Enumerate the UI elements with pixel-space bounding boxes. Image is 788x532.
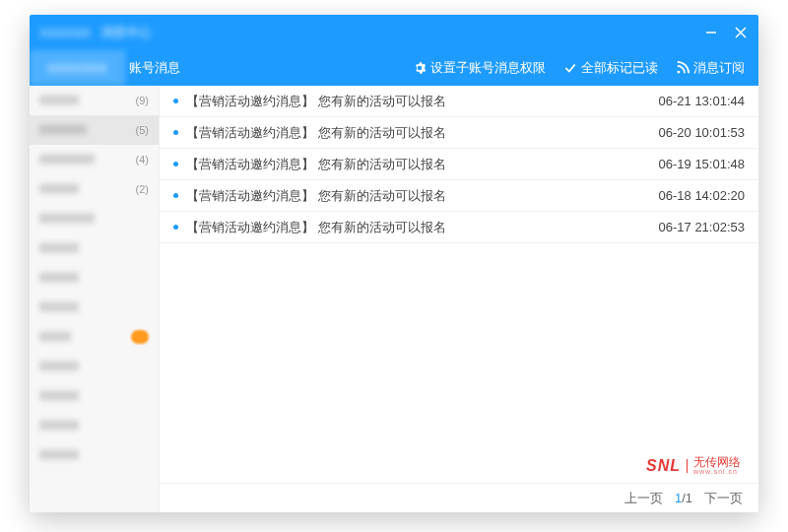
message-title: 【营销活动邀约消息】 您有新的活动可以报名: [186, 187, 446, 205]
sidebar-item-label: XXXXX: [39, 241, 79, 255]
message-title: 【营销活动邀约消息】 您有新的活动可以报名: [186, 219, 446, 236]
unread-dot-icon: [173, 193, 178, 198]
unread-dot-icon: [173, 99, 178, 103]
svg-point-3: [677, 71, 680, 74]
sidebar-item-8[interactable]: XXXX: [30, 322, 159, 352]
unread-dot-icon: [173, 130, 178, 135]
toolbar: XXXXXXX 账号消息 设置子账号消息权限 全部标记已读: [30, 50, 758, 86]
total-pages: /1: [682, 491, 692, 505]
next-page-button[interactable]: 下一页: [704, 490, 743, 507]
message-row[interactable]: 【营销活动邀约消息】 您有新的活动可以报名06-21 13:01:44: [160, 86, 758, 117]
sidebar-item-label: XXXXX: [39, 94, 79, 107]
message-time: 06-20 10:01:53: [659, 125, 745, 140]
action-label: 全部标记已读: [581, 59, 658, 77]
brand-logo-text: SNL: [646, 457, 681, 475]
sidebar-item-10[interactable]: XXXXX: [30, 381, 159, 411]
tab-account-messages[interactable]: 账号消息: [125, 50, 198, 86]
action-label: 消息订阅: [693, 59, 745, 77]
message-list: 【营销活动邀约消息】 您有新的活动可以报名06-21 13:01:44【营销活动…: [160, 86, 758, 483]
check-icon: [563, 61, 577, 75]
titlebar: XXXXXX 消息中心: [30, 15, 758, 50]
minimize-button[interactable]: [703, 25, 719, 40]
sidebar-count: (2): [136, 183, 149, 195]
sidebar: XXXXX(9)XXXXXX(5)XXXXXXX(4)XXXXX(2)XXXXX…: [30, 86, 160, 512]
mark-all-read[interactable]: 全部标记已读: [563, 59, 658, 77]
message-subscription[interactable]: 消息订阅: [676, 59, 745, 77]
sidebar-item-label: XXXXXXX: [39, 153, 95, 166]
rss-icon: [676, 61, 690, 75]
sidebar-item-label: XXXXX: [39, 360, 79, 373]
message-time: 06-21 13:01:44: [659, 94, 745, 108]
sidebar-item-0[interactable]: XXXXX(9): [30, 86, 159, 115]
message-time: 06-19 15:01:48: [659, 157, 745, 171]
sidebar-item-3[interactable]: XXXXX(2): [30, 174, 159, 204]
brand-watermark: SNL 无传网络 www.snl.cn: [646, 456, 741, 475]
message-time: 06-18 14:02:20: [659, 188, 745, 203]
brand-url: www.snl.cn: [693, 468, 741, 475]
sidebar-item-label: XXXXX: [39, 448, 79, 462]
sidebar-item-4[interactable]: XXXXXXX: [30, 204, 159, 233]
message-time: 06-17 21:02:53: [659, 220, 745, 234]
message-row[interactable]: 【营销活动邀约消息】 您有新的活动可以报名06-20 10:01:53: [160, 117, 758, 149]
sidebar-item-11[interactable]: XXXXX: [30, 411, 159, 440]
sidebar-count: (5): [136, 124, 149, 136]
prev-page-button[interactable]: 上一页: [624, 490, 663, 507]
sidebar-count: (4): [136, 154, 149, 166]
sidebar-item-label: XXXXXXX: [39, 212, 95, 226]
sidebar-item-2[interactable]: XXXXXXX(4): [30, 145, 159, 174]
sidebar-item-label: XXXX: [39, 330, 71, 344]
sidebar-item-12[interactable]: XXXXX: [30, 440, 159, 470]
sidebar-item-label: XXXXX: [39, 182, 79, 196]
message-row[interactable]: 【营销活动邀约消息】 您有新的活动可以报名06-17 21:02:53: [160, 212, 758, 243]
sidebar-item-6[interactable]: XXXXX: [30, 263, 159, 293]
message-title: 【营销活动邀约消息】 您有新的活动可以报名: [186, 93, 446, 110]
close-button[interactable]: [733, 25, 749, 40]
message-row[interactable]: 【营销活动邀约消息】 您有新的活动可以报名06-18 14:02:20: [160, 180, 758, 212]
sidebar-item-9[interactable]: XXXXX: [30, 352, 159, 381]
sidebar-item-label: XXXXX: [39, 419, 79, 432]
sidebar-item-5[interactable]: XXXXX: [30, 233, 159, 263]
unread-dot-icon: [173, 162, 178, 166]
sidebar-item-label: XXXXX: [39, 300, 79, 314]
sidebar-item-label: XXXXX: [39, 271, 79, 285]
gear-icon: [413, 61, 427, 75]
pager: 上一页 1/1 下一页: [160, 483, 758, 512]
unread-dot-icon: [173, 225, 178, 230]
message-row[interactable]: 【营销活动邀约消息】 您有新的活动可以报名06-19 15:01:48: [160, 149, 758, 180]
brand-name: 无传网络: [693, 456, 741, 468]
page-indicator: 1/1: [675, 491, 692, 505]
sidebar-item-label: XXXXX: [39, 389, 79, 403]
settings-subaccount-permissions[interactable]: 设置子账号消息权限: [413, 59, 546, 77]
message-title: 【营销活动邀约消息】 您有新的活动可以报名: [186, 156, 446, 173]
message-center-window: XXXXXX 消息中心 XXXXXXX 账号消息: [30, 15, 758, 512]
sidebar-item-label: XXXXXX: [39, 123, 87, 137]
sidebar-item-1[interactable]: XXXXXX(5): [30, 115, 159, 145]
action-label: 设置子账号消息权限: [430, 59, 546, 77]
tab-label: 账号消息: [129, 59, 180, 77]
tab-primary[interactable]: XXXXXXX: [30, 50, 125, 86]
sidebar-item-7[interactable]: XXXXX: [30, 293, 159, 322]
message-title: 【营销活动邀约消息】 您有新的活动可以报名: [186, 124, 446, 142]
sidebar-count: (9): [136, 95, 149, 106]
app-name: XXXXXX: [39, 26, 91, 40]
sidebar-badge: [131, 330, 149, 344]
window-title: 消息中心: [100, 24, 152, 41]
